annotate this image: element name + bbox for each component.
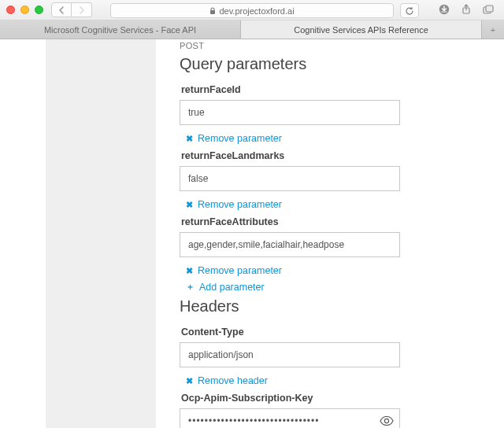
header-value-input[interactable] <box>180 342 400 367</box>
address-bar[interactable]: dev.projectoxford.ai <box>110 3 394 18</box>
new-tab-button[interactable]: + <box>482 20 504 39</box>
add-parameter-link[interactable]: ＋ Add parameter <box>186 281 487 293</box>
headers-heading: Headers <box>180 297 487 315</box>
forward-button[interactable] <box>72 2 92 17</box>
remove-parameter-link[interactable]: ✖ Remove parameter <box>186 199 487 210</box>
window-controls <box>6 6 43 14</box>
add-icon: ＋ <box>186 281 195 293</box>
remove-parameter-label: Remove parameter <box>198 133 282 144</box>
param-value-input[interactable] <box>180 232 400 257</box>
remove-icon: ✖ <box>186 134 193 144</box>
left-sidebar <box>46 39 156 428</box>
tabs-button[interactable] <box>479 2 498 17</box>
url-text: dev.projectoxford.ai <box>219 6 294 16</box>
browser-titlebar: dev.projectoxford.ai <box>0 0 504 20</box>
add-parameter-label: Add parameter <box>199 282 265 293</box>
svg-point-6 <box>384 419 388 422</box>
tab-label: Microsoft Cognitive Services - Face API <box>44 25 196 35</box>
query-parameters-heading: Query parameters <box>180 55 487 73</box>
downloads-button[interactable] <box>435 2 454 17</box>
remove-icon: ✖ <box>186 200 193 210</box>
remove-header-label: Remove header <box>198 375 268 386</box>
left-margin <box>0 39 46 428</box>
param-value-input[interactable] <box>180 166 400 191</box>
remove-icon: ✖ <box>186 376 193 386</box>
param-name: returnFaceLandmarks <box>181 150 487 161</box>
page-body: POST Query parameters returnFaceId ✖ Rem… <box>0 39 504 428</box>
header-name: Content-Type <box>181 327 487 338</box>
main-content: POST Query parameters returnFaceId ✖ Rem… <box>156 39 504 428</box>
tab-label: Cognitive Services APIs Reference <box>294 25 428 35</box>
remove-parameter-label: Remove parameter <box>198 199 282 210</box>
param-returnfaceattributes: returnFaceAttributes ✖ Remove parameter <box>180 216 487 276</box>
remove-header-link[interactable]: ✖ Remove header <box>186 375 487 386</box>
maximize-window-button[interactable] <box>35 6 43 14</box>
back-button[interactable] <box>51 2 72 17</box>
remove-parameter-link[interactable]: ✖ Remove parameter <box>186 133 487 144</box>
share-button[interactable] <box>457 2 476 17</box>
param-name: returnFaceAttributes <box>181 216 487 227</box>
param-value-input[interactable] <box>180 100 400 125</box>
http-method-badge: POST <box>180 41 487 50</box>
tab-api-reference[interactable]: Cognitive Services APIs Reference <box>241 20 482 39</box>
remove-parameter-label: Remove parameter <box>198 265 282 276</box>
minimize-window-button[interactable] <box>20 6 29 14</box>
header-name: Ocp-Apim-Subscription-Key <box>181 393 487 404</box>
param-returnfaceid: returnFaceId ✖ Remove parameter <box>180 84 487 144</box>
svg-rect-0 <box>210 10 215 14</box>
reload-button[interactable] <box>400 3 419 18</box>
browser-tabbar: Microsoft Cognitive Services - Face API … <box>0 20 504 39</box>
param-name: returnFaceId <box>181 84 487 95</box>
param-returnfacelandmarks: returnFaceLandmarks ✖ Remove parameter <box>180 150 487 210</box>
remove-icon: ✖ <box>186 266 193 276</box>
lock-icon <box>209 7 216 15</box>
svg-rect-5 <box>486 6 493 12</box>
nav-buttons <box>51 2 92 17</box>
tab-face-api[interactable]: Microsoft Cognitive Services - Face API <box>0 20 241 39</box>
header-subscription-key: Ocp-Apim-Subscription-Key <box>180 393 487 428</box>
remove-parameter-link[interactable]: ✖ Remove parameter <box>186 265 487 276</box>
header-content-type: Content-Type ✖ Remove header <box>180 327 487 386</box>
close-window-button[interactable] <box>6 6 15 14</box>
toolbar-right <box>435 2 498 17</box>
reveal-key-button[interactable] <box>380 416 394 426</box>
subscription-key-input[interactable] <box>180 408 400 428</box>
